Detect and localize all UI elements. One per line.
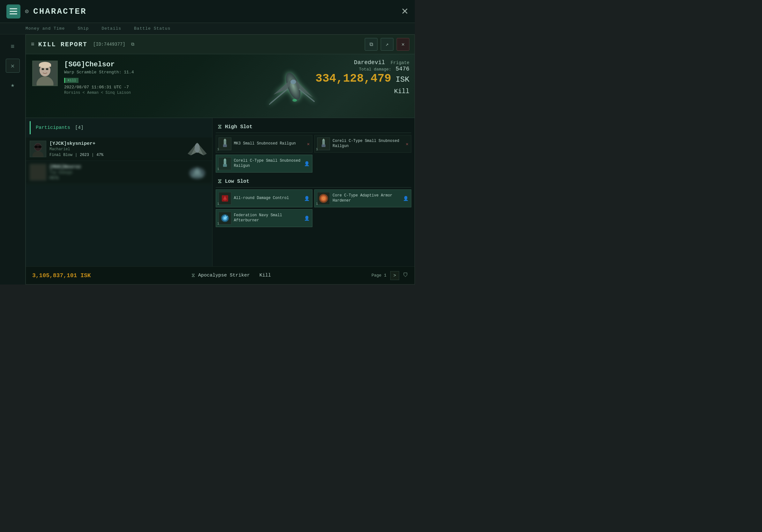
sidebar-star-icon[interactable]: ★	[6, 78, 20, 92]
svg-rect-44	[224, 200, 226, 201]
hamburger-button[interactable]	[6, 4, 21, 19]
svg-rect-6	[39, 64, 51, 67]
svg-point-28	[194, 170, 200, 175]
subnav-money-time[interactable]: Money and Time	[26, 26, 65, 31]
kr-menu-icon[interactable]: ≡	[31, 41, 35, 47]
next-page-button[interactable]: >	[390, 271, 399, 280]
damage-ctrl-icon	[219, 193, 231, 204]
page-label: Page 1	[371, 273, 386, 278]
svg-point-4	[46, 68, 48, 70]
participant-1-stats: Final Blow | 2623 | 47%	[49, 153, 183, 157]
kill-badge: Kill	[64, 78, 79, 83]
participants-panel: Participants [4]	[26, 118, 212, 266]
participant-1-info: [YJCK]skysniper+ Machariel Final Blow | …	[49, 141, 183, 157]
p2-damage: PR7%	[49, 176, 59, 180]
bottom-ship-icon: ⧖	[191, 272, 195, 279]
bottom-right: Page 1 > ⛉	[371, 271, 408, 280]
svg-point-48	[322, 196, 326, 200]
high-slot-item-3-qty: 1	[217, 167, 219, 171]
sidebar-menu-icon[interactable]: ≡	[6, 39, 20, 54]
low-slot-icon: ⧖	[218, 178, 222, 185]
armor-hard-icon	[318, 193, 329, 204]
low-slot-item-3-name: Federation Navy Small Afterburner	[234, 213, 302, 223]
low-slot-item-2-name: Core C-Type Adaptive Armor Hardener	[333, 193, 401, 203]
separator: |	[75, 153, 77, 157]
next-arrow-icon: >	[393, 273, 396, 278]
high-slot-item-2-qty: 1	[316, 148, 318, 151]
window-title: CHARACTER	[33, 7, 87, 16]
kr-close-button[interactable]: ✕	[397, 38, 410, 51]
bottom-center: ⧖ Apocalypse Striker Kill	[191, 272, 271, 279]
hamburger-line-2	[10, 11, 17, 12]
isk-row: 334,128,479 ISK	[316, 72, 410, 85]
railgun1-icon	[219, 138, 231, 150]
ship-svg	[265, 61, 322, 112]
filter-icon[interactable]: ⛉	[403, 272, 408, 279]
svg-line-13	[299, 89, 315, 102]
title-icon: ⊙	[25, 7, 29, 15]
svg-rect-32	[224, 139, 226, 141]
participant-2-ship-img	[186, 164, 208, 180]
result-label: Kill	[316, 88, 410, 95]
subnav-details[interactable]: Details	[102, 26, 121, 31]
svg-point-14	[290, 80, 296, 84]
high-slot-item-2-action: ✕	[406, 141, 409, 147]
hamburger-line-3	[10, 13, 17, 14]
kr-clipboard-button[interactable]: ⧉	[365, 38, 377, 51]
subnav-ship[interactable]: Ship	[78, 26, 89, 31]
low-slot-item-1: 1 All-round Damage Control 👤	[216, 189, 313, 207]
svg-point-3	[42, 68, 44, 70]
bottom-ship-name: Apocalypse Striker	[198, 273, 250, 278]
high-slot-item-1: 1 MK3 Small Snubnosed Railgun ✕	[216, 135, 313, 153]
kr-header: ≡ KILL REPORT [ID:7449377] ⧉ ⧉ ↗ ✕	[26, 35, 415, 54]
high-slot-item-3: 1 Coreli C-Type Small Snubnosed Railgun	[216, 155, 313, 172]
participant-2-ship: Top Damage	[49, 170, 183, 175]
svg-rect-35	[322, 145, 326, 147]
low-slot-item-1-icon	[219, 192, 231, 205]
low-slot-item-3-qty: 1	[217, 222, 219, 226]
isk-unit: ISK	[396, 75, 410, 84]
main-area: ≡ ✕ ★ ≡ KILL REPORT [ID:7449377] ⧉ ⧉ ↗ ✕	[0, 34, 415, 285]
participant-1-ship: Machariel	[49, 147, 183, 152]
title-bar-left: ⊙ CHARACTER	[6, 4, 87, 19]
participant-2-row: [MUG]Neuroz Top Damage PR7%	[26, 161, 212, 184]
kr-header-right: ⧉ ↗ ✕	[365, 38, 410, 51]
svg-point-20	[38, 146, 41, 148]
export-icon: ↗	[385, 41, 389, 47]
kr-id: [ID:7449377]	[93, 42, 125, 47]
low-slot-item-2-icon	[317, 192, 330, 205]
low-slot-item-3: 1 Federation Navy Small Aft	[216, 209, 313, 227]
participant-row: [YJCK]skysniper+ Machariel Final Blow | …	[26, 137, 212, 161]
high-slot-items: 1 MK3 Small Snubnosed Railgun ✕	[216, 135, 411, 172]
participant-2-name: [MUG]Neuroz	[49, 164, 183, 170]
sidebar-close-icon[interactable]: ✕	[6, 59, 20, 73]
participants-count: [4]	[75, 125, 84, 130]
victim-avatar-svg	[33, 61, 57, 86]
victim-area: [SGG]Chelsor Warp Scramble Strength: 11.…	[26, 54, 415, 118]
participants-header: Participants [4]	[30, 121, 208, 134]
window-close-button[interactable]: ✕	[401, 6, 409, 17]
victim-portrait	[32, 61, 58, 86]
low-slot-item-2-qty: 1	[316, 202, 318, 206]
split-content: Participants [4]	[26, 118, 415, 266]
ship-class: Frigate	[391, 60, 410, 65]
isk-value: 334,128,479	[316, 72, 392, 85]
kr-copy-icon[interactable]: ⧉	[131, 42, 134, 47]
title-bar: ⊙ CHARACTER ✕	[0, 0, 415, 23]
participant-1-ship-img	[186, 141, 208, 157]
low-slot-item-1-action: 👤	[304, 196, 310, 201]
railgun2-icon	[318, 138, 329, 150]
subnav-battle-status[interactable]: Battle Status	[134, 26, 170, 31]
high-slot-item-3-name: Coreli C-Type Small Snubnosed Railgun	[234, 159, 302, 168]
low-slot-item-3-action: 👤	[304, 216, 310, 221]
railgun3-icon	[219, 158, 231, 169]
total-damage-label: Total damage:	[359, 67, 391, 72]
high-slot-label: High Slot	[225, 124, 253, 130]
total-damage-row: Total damage: 5476	[316, 66, 410, 72]
participant-1-avatar-svg	[30, 141, 46, 157]
final-blow-label: Final Blow	[49, 153, 72, 157]
participant-2-info: [MUG]Neuroz Top Damage PR7%	[49, 164, 183, 180]
kr-export-button[interactable]: ↗	[381, 38, 393, 51]
total-damage-value: 5476	[396, 66, 410, 72]
hamburger-line-1	[10, 8, 17, 9]
